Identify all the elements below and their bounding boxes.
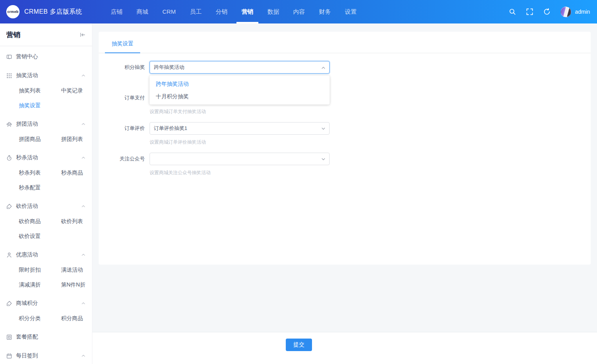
sidebar-group-label: 抽奖活动 [16, 72, 38, 79]
field-label-points-lottery: 积分抽奖 [99, 61, 150, 92]
user-avatar [561, 7, 571, 17]
sidebar-item-lottery-settings[interactable]: 抽奖设置 [19, 98, 61, 113]
top-header: crmeb CRMEB 多店版系统 店铺 商城 CRM 员工 分销 营销 数据 … [0, 0, 597, 23]
sidebar-menu: 营销中心 抽奖活动 抽奖列表 中奖记录 抽 [0, 46, 92, 363]
sidebar-item-flashsale-list[interactable]: 秒杀列表 [19, 165, 61, 180]
nav-item-finance[interactable]: 财务 [312, 0, 338, 23]
sidebar-item-lottery-list[interactable]: 抽奖列表 [19, 83, 61, 98]
nav-item-data[interactable]: 数据 [260, 0, 286, 23]
app-logo[interactable]: crmeb CRMEB 多店版系统 [6, 5, 82, 18]
fullscreen-icon[interactable] [526, 8, 533, 15]
chevron-up-icon [81, 73, 86, 78]
chevron-up-icon [321, 65, 326, 70]
sidebar-group-daily-signin[interactable]: 每日签到 [6, 348, 86, 363]
field-helper-order-payment: 设置商城订单支付抽奖活动 [150, 108, 330, 115]
bargain-icon [6, 204, 12, 209]
chevron-up-icon [81, 353, 86, 358]
flash-sale-icon [6, 155, 12, 161]
field-label-order-review: 订单评价 [99, 122, 150, 153]
chevron-up-icon [81, 301, 86, 306]
field-helper-order-review: 设置商城订单评价抽奖活动 [150, 139, 330, 146]
nav-item-store[interactable]: 店铺 [104, 0, 130, 23]
username: admin [575, 9, 590, 15]
top-nav: 店铺 商城 CRM 员工 分销 营销 数据 内容 财务 设置 [104, 0, 364, 23]
sidebar-item-groupbuy-list[interactable]: 拼团列表 [61, 132, 86, 146]
select-value: 跨年抽奖活动 [154, 64, 184, 71]
sidebar-item-winning-records[interactable]: 中奖记录 [61, 83, 86, 98]
dropdown-option[interactable]: 十月积分抽奖 [150, 90, 330, 103]
sidebar-item-points-category[interactable]: 积分分类 [19, 311, 61, 326]
sidebar-group-flash-sale[interactable]: 秒杀活动 [6, 150, 86, 165]
nav-item-settings[interactable]: 设置 [338, 0, 364, 23]
sidebar-item-groupbuy-goods[interactable]: 拼团商品 [19, 132, 61, 146]
nav-item-marketing[interactable]: 营销 [234, 0, 260, 23]
app-title: CRMEB 多店版系统 [24, 8, 82, 16]
nav-item-crm[interactable]: CRM [155, 0, 183, 23]
follow-official-account-select[interactable] [150, 153, 330, 165]
nav-item-mall[interactable]: 商城 [130, 0, 155, 23]
sidebar-item-nth-discount[interactable]: 第N件N折 [61, 277, 86, 292]
chevron-up-icon [81, 122, 86, 126]
chevron-down-icon [321, 126, 326, 131]
points-lottery-dropdown: 跨年抽奖活动 十月积分抽奖 [150, 76, 330, 105]
nav-item-content[interactable]: 内容 [286, 0, 312, 23]
sidebar-group-label: 商城积分 [16, 300, 38, 307]
search-icon[interactable] [509, 8, 516, 15]
package-icon [6, 334, 12, 340]
chevron-up-icon [81, 252, 86, 257]
order-review-select[interactable]: 订单评价抽奖1 [150, 122, 330, 135]
sidebar-group-label: 优惠活动 [16, 251, 38, 258]
field-label-order-payment: 订单支付 [99, 92, 150, 122]
tab-bar: 抽奖设置 [99, 32, 591, 53]
chevron-up-icon [81, 204, 86, 209]
lottery-settings-form: 积分抽奖 跨年抽奖活动 跨年抽奖活动 十月积分抽奖 订单支付 [99, 53, 591, 183]
sidebar: 营销 营销中心 [0, 23, 92, 364]
sidebar-group-bargain[interactable]: 砍价活动 [6, 199, 86, 214]
sidebar-item-package-combo[interactable]: 套餐搭配 [6, 330, 86, 344]
tab-lottery-settings[interactable]: 抽奖设置 [105, 38, 140, 53]
action-footer: 提交 [92, 332, 597, 364]
sidebar-item-bargain-list[interactable]: 砍价列表 [61, 214, 86, 229]
nav-item-staff[interactable]: 员工 [183, 0, 209, 23]
sidebar-group-group-buy[interactable]: 拼团活动 [6, 117, 86, 132]
settings-card: 抽奖设置 积分抽奖 跨年抽奖活动 跨年抽奖活动 十月积分抽奖 [99, 32, 591, 265]
main-content: 抽奖设置 积分抽奖 跨年抽奖活动 跨年抽奖活动 十月积分抽奖 [92, 23, 597, 364]
sidebar-item-flashsale-config[interactable]: 秒杀配置 [19, 180, 61, 195]
sidebar-item-bargain-settings[interactable]: 砍价设置 [19, 229, 61, 243]
sidebar-item-flashsale-goods[interactable]: 秒杀商品 [61, 165, 86, 180]
sidebar-group-label: 砍价活动 [16, 203, 38, 210]
user-menu[interactable]: admin [561, 7, 590, 17]
dropdown-option[interactable]: 跨年抽奖活动 [150, 77, 330, 90]
collapse-arrow-icon [79, 32, 86, 38]
sidebar-item-full-gift[interactable]: 满送活动 [61, 262, 86, 277]
marketing-center-icon [6, 54, 12, 60]
sidebar-item-marketing-center[interactable]: 营销中心 [6, 49, 86, 64]
chevron-down-icon [321, 157, 326, 162]
sidebar-group-lottery[interactable]: 抽奖活动 [6, 68, 86, 83]
points-icon [6, 301, 12, 306]
sidebar-group-label: 每日签到 [16, 352, 38, 359]
group-buy-icon [6, 121, 12, 127]
sidebar-group-label: 拼团活动 [16, 121, 38, 128]
sidebar-collapse-button[interactable] [79, 32, 86, 38]
select-value: 订单评价抽奖1 [154, 125, 187, 132]
header-actions: admin [509, 7, 590, 17]
sidebar-group-promo[interactable]: 优惠活动 [6, 247, 86, 262]
promo-icon [6, 252, 12, 258]
sidebar-item-full-reduction[interactable]: 满减满折 [19, 277, 61, 292]
sidebar-group-points[interactable]: 商城积分 [6, 296, 86, 311]
sidebar-item-label: 营销中心 [16, 53, 38, 60]
sign-in-icon [6, 353, 12, 359]
crmeb-logo-icon: crmeb [6, 5, 20, 18]
refresh-icon[interactable] [543, 8, 550, 15]
chevron-up-icon [81, 155, 86, 160]
nav-item-distribution[interactable]: 分销 [209, 0, 234, 23]
field-label-follow-official-account: 关注公众号 [99, 153, 150, 183]
sidebar-group-label: 秒杀活动 [16, 154, 38, 161]
points-lottery-select[interactable]: 跨年抽奖活动 [150, 61, 330, 74]
sidebar-item-points-goods[interactable]: 积分商品 [61, 311, 86, 326]
submit-button[interactable]: 提交 [286, 339, 312, 351]
sidebar-item-bargain-goods[interactable]: 砍价商品 [19, 214, 61, 229]
sidebar-item-limited-discount[interactable]: 限时折扣 [19, 262, 61, 277]
sidebar-title: 营销 [6, 30, 20, 40]
